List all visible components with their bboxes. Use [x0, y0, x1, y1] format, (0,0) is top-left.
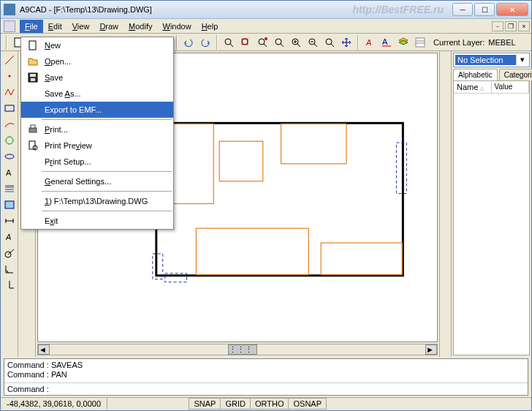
close-button[interactable]: ✕ — [496, 3, 528, 16]
minimize-button[interactable]: ─ — [452, 3, 473, 16]
scroll-left-arrow[interactable]: ◄ — [38, 344, 50, 355]
rectangle-tool-icon[interactable] — [2, 101, 17, 116]
menu-item-preview[interactable]: Print Preview — [21, 137, 173, 154]
maximize-button[interactable]: ☐ — [474, 3, 495, 16]
scroll-right-arrow[interactable]: ► — [425, 344, 437, 355]
selection-combo[interactable]: No Selection ▾ — [453, 53, 530, 67]
blank-icon — [24, 154, 42, 170]
zoom-in-icon[interactable] — [288, 34, 304, 50]
svg-point-32 — [7, 203, 9, 204]
svg-point-3 — [242, 39, 248, 45]
zoom-out-icon[interactable] — [305, 34, 321, 50]
svg-line-2 — [230, 44, 233, 47]
tab-categorized[interactable]: Categorized — [499, 69, 532, 80]
zoom-pan-icon[interactable] — [271, 34, 287, 50]
grid-button[interactable]: GRID — [220, 398, 251, 410]
arc-tool-icon[interactable] — [2, 117, 17, 132]
text-icon[interactable]: A — [362, 34, 378, 50]
menu-item-export[interactable]: Export to EMF... — [21, 102, 173, 118]
dim-radial-icon[interactable] — [2, 246, 17, 260]
horizontal-scrollbar[interactable]: ◄ ⋮⋮⋮ ► — [37, 344, 438, 355]
menu-draw[interactable]: Draw — [94, 20, 123, 33]
menubar: File Edit View Draw Modify Window Help -… — [1, 19, 531, 34]
text-tool-icon[interactable]: A — [2, 165, 17, 180]
blank-icon — [24, 193, 42, 209]
file-menu-dropdown: New Open... Save Save As... Export to EM… — [20, 37, 174, 230]
mdi-minimize[interactable]: - — [492, 21, 503, 31]
snap-button[interactable]: SNAP — [189, 398, 221, 410]
dim-ord-icon[interactable] — [2, 278, 17, 293]
selection-text: No Selection — [455, 55, 516, 65]
menu-item-print[interactable]: Print... — [21, 121, 173, 137]
new-file-icon — [24, 37, 42, 53]
svg-rect-61 — [31, 78, 35, 81]
dim-angle-icon[interactable] — [2, 262, 17, 276]
dimension-icon[interactable]: A — [379, 34, 395, 50]
menu-window[interactable]: Window — [157, 20, 196, 33]
circle-tool-icon[interactable] — [2, 133, 17, 148]
pan-icon[interactable] — [338, 34, 354, 50]
ortho-button[interactable]: ORTHO — [250, 398, 289, 410]
menu-item-save[interactable]: Save — [21, 69, 173, 86]
redo-icon[interactable] — [197, 34, 213, 50]
properties-icon[interactable] — [412, 34, 428, 50]
menu-item-exit[interactable]: Exit — [21, 213, 173, 229]
scroll-thumb[interactable]: ⋮⋮⋮ — [228, 344, 257, 355]
dim-linear-icon[interactable] — [2, 214, 17, 228]
dim-aligned-icon[interactable]: A — [2, 230, 17, 244]
zoom-extents-icon[interactable] — [221, 34, 237, 50]
mdi-restore[interactable]: ❐ — [505, 21, 517, 31]
titlebar: A9CAD - [F:\Temp\13\Drawing.DWG] http://… — [1, 1, 531, 19]
properties-panel: No Selection ▾ Alphabetic Categorized Na… — [451, 51, 531, 357]
menu-modify[interactable]: Modify — [123, 20, 157, 33]
svg-rect-53 — [196, 228, 308, 275]
menu-view[interactable]: View — [67, 20, 95, 33]
main-window: A9CAD - [F:\Temp\13\Drawing.DWG] http://… — [0, 0, 532, 411]
svg-point-28 — [6, 137, 13, 144]
col-value[interactable]: Value — [492, 81, 530, 93]
combo-drop-icon[interactable]: ▾ — [516, 55, 528, 64]
menu-item-recent[interactable]: 1) F:\Temp\13\Drawing.DWG — [21, 193, 173, 209]
blank-icon — [24, 102, 42, 118]
svg-rect-22 — [416, 38, 425, 47]
col-name[interactable]: Name △ — [454, 81, 492, 93]
command-input-row[interactable]: Command : — [4, 383, 528, 395]
menu-item-printsetup[interactable]: Print Setup... — [21, 154, 173, 170]
mdi-close[interactable]: × — [518, 21, 530, 31]
menu-file[interactable]: File — [20, 20, 43, 33]
preview-icon — [24, 137, 42, 154]
menu-edit[interactable]: Edit — [43, 20, 67, 33]
svg-rect-64 — [29, 141, 35, 149]
vertical-scrollbar[interactable] — [439, 51, 451, 357]
osnap-button[interactable]: OSNAP — [288, 398, 327, 410]
svg-text:A: A — [365, 38, 371, 47]
line-tool-icon[interactable] — [2, 53, 17, 67]
tab-alphabetic[interactable]: Alphabetic — [453, 69, 498, 80]
layers-icon[interactable] — [395, 34, 411, 50]
svg-rect-63 — [31, 125, 35, 128]
mdi-icon[interactable] — [4, 20, 15, 32]
svg-text:A: A — [6, 168, 12, 177]
point-tool-icon[interactable] — [2, 69, 17, 83]
menu-item-open[interactable]: Open... — [21, 53, 173, 69]
menu-item-new[interactable]: New — [21, 37, 173, 53]
zoom-realtime-icon[interactable] — [254, 34, 270, 50]
svg-point-8 — [276, 39, 281, 45]
svg-point-17 — [326, 39, 332, 45]
history-line: Command : SAVEAS — [7, 361, 525, 370]
open-folder-icon — [24, 53, 42, 69]
ellipse-tool-icon[interactable] — [2, 149, 17, 164]
zoom-all-icon[interactable] — [322, 34, 338, 50]
undo-icon[interactable] — [180, 34, 197, 50]
property-grid[interactable]: Name △ Value — [453, 80, 530, 355]
polyline-tool-icon[interactable] — [2, 85, 17, 99]
command-history[interactable]: Command : SAVEAS Command : PAN — [4, 359, 528, 383]
hatch-tool-icon[interactable] — [2, 181, 17, 196]
blank-icon — [24, 173, 42, 189]
property-tabs: Alphabetic Categorized — [453, 69, 530, 80]
zoom-window-icon[interactable] — [238, 34, 254, 50]
menu-help[interactable]: Help — [197, 20, 224, 33]
image-tool-icon[interactable] — [2, 197, 17, 212]
menu-item-settings[interactable]: General Settings... — [21, 173, 173, 189]
menu-item-saveas[interactable]: Save As... — [21, 86, 173, 102]
